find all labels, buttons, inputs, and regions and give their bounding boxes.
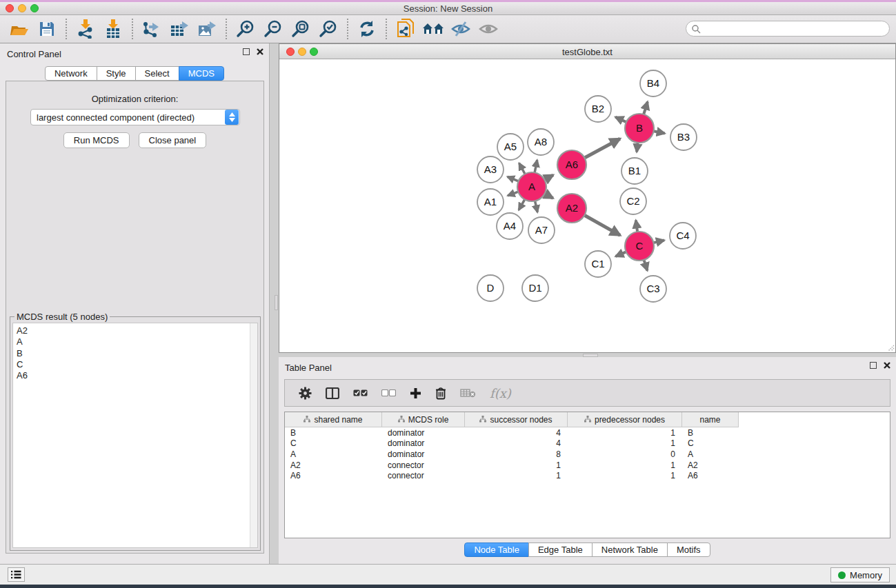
cell-predecessor-nodes[interactable]: 1 xyxy=(568,428,682,438)
result-item[interactable]: A6 xyxy=(17,370,257,381)
refresh-button[interactable] xyxy=(353,18,381,40)
export-image-button[interactable] xyxy=(193,18,221,40)
close-table-panel-icon[interactable] xyxy=(884,362,890,369)
tab-select[interactable]: Select xyxy=(135,66,179,81)
graph-edge-A2-C[interactable] xyxy=(584,215,620,235)
tab-network[interactable]: Network xyxy=(45,66,97,81)
graph-edge-B-B3[interactable] xyxy=(654,131,665,133)
tab-style[interactable]: Style xyxy=(97,66,136,81)
cell-predecessor-nodes[interactable]: 1 xyxy=(568,471,682,480)
close-panel-button[interactable]: Close panel xyxy=(139,132,207,148)
cell-name[interactable]: A xyxy=(682,449,739,459)
column-header-name[interactable]: name xyxy=(682,412,739,427)
zoom-out-button[interactable] xyxy=(259,18,287,40)
cell-successor-nodes[interactable]: 8 xyxy=(465,449,568,459)
export-table-button[interactable] xyxy=(166,18,193,40)
settings-gear-icon[interactable] xyxy=(299,387,312,400)
add-column-icon[interactable] xyxy=(410,387,421,399)
graph-edge-A6-B[interactable] xyxy=(584,139,619,158)
column-header-successor-nodes[interactable]: successor nodes xyxy=(465,412,568,427)
graph-edge-A-A1[interactable] xyxy=(508,192,518,196)
frame-resize-grip[interactable] xyxy=(886,343,895,352)
graph-edge-C-C1[interactable] xyxy=(616,252,626,256)
result-item[interactable]: A2 xyxy=(17,325,257,336)
cell-name[interactable]: B xyxy=(682,428,739,438)
export-network-button[interactable] xyxy=(138,18,166,40)
graph-edge-C-C2[interactable] xyxy=(636,221,637,232)
cell-MCDS-role[interactable]: dominator xyxy=(382,449,465,459)
cell-shared-name[interactable]: C xyxy=(285,438,382,448)
cell-MCDS-role[interactable]: dominator xyxy=(382,438,465,448)
float-panel-icon[interactable] xyxy=(243,48,250,55)
result-item[interactable]: C xyxy=(17,359,257,370)
cell-shared-name[interactable]: A xyxy=(285,449,382,459)
column-header-shared-name[interactable]: shared name xyxy=(285,412,382,427)
float-table-panel-icon[interactable] xyxy=(870,362,877,369)
cell-name[interactable]: A2 xyxy=(682,460,739,470)
delete-column-icon[interactable] xyxy=(435,387,446,400)
graph-edge-C-C4[interactable] xyxy=(653,240,664,243)
vertical-split-grip[interactable] xyxy=(275,295,278,310)
table-row[interactable]: Adominator80A xyxy=(285,449,890,460)
node-table[interactable]: shared nameMCDS rolesuccessor nodesprede… xyxy=(284,412,890,538)
cell-MCDS-role[interactable]: dominator xyxy=(382,428,465,438)
table-row[interactable]: A6connector11A6 xyxy=(285,470,890,481)
cell-name[interactable]: A6 xyxy=(682,471,739,480)
cell-predecessor-nodes[interactable]: 0 xyxy=(568,449,682,459)
cell-MCDS-role[interactable]: connector xyxy=(382,471,465,480)
graph-edge-A-A5[interactable] xyxy=(519,163,526,174)
save-session-button[interactable] xyxy=(33,18,61,40)
open-session-button[interactable] xyxy=(6,18,33,40)
graph-edge-B-B4[interactable] xyxy=(644,102,648,114)
network-graph[interactable]: B4B2BB3A5A8A6A3B1AA1C2A2A4A7C4CC1C3DD1 xyxy=(279,59,895,352)
zoom-fit-button[interactable] xyxy=(287,18,315,40)
graph-edge-A-A7[interactable] xyxy=(535,201,538,212)
cell-successor-nodes[interactable]: 4 xyxy=(465,428,568,438)
optimization-criterion-dropdown[interactable]: largest connected component (directed) xyxy=(30,109,240,125)
graph-edge-A-A8[interactable] xyxy=(535,160,537,172)
close-panel-icon[interactable] xyxy=(257,48,263,55)
graph-edge-A-A4[interactable] xyxy=(519,199,525,210)
cell-predecessor-nodes[interactable]: 1 xyxy=(568,438,682,448)
result-item[interactable]: B xyxy=(17,348,257,359)
cell-successor-nodes[interactable]: 1 xyxy=(465,460,568,470)
hide-graphics-button[interactable] xyxy=(447,18,475,40)
search-input[interactable] xyxy=(701,23,889,35)
column-header-MCDS-role[interactable]: MCDS role xyxy=(382,412,465,427)
network-from-file-button[interactable] xyxy=(392,18,419,40)
toggle-panes-icon[interactable] xyxy=(326,387,339,399)
table-row[interactable]: Cdominator41C xyxy=(285,438,890,449)
column-header-predecessor-nodes[interactable]: predecessor nodes xyxy=(568,412,682,427)
search-field[interactable] xyxy=(686,21,890,37)
cell-name[interactable]: C xyxy=(682,438,739,448)
table-row[interactable]: A2connector11A2 xyxy=(285,460,890,471)
graph-edge-A-A3[interactable] xyxy=(508,176,519,181)
import-table-button[interactable] xyxy=(99,18,127,40)
memory-button[interactable]: Memory xyxy=(830,567,890,582)
cell-shared-name[interactable]: A6 xyxy=(285,471,382,480)
tab-node-table[interactable]: Node Table xyxy=(464,543,529,557)
result-item[interactable]: A xyxy=(17,336,257,347)
home-button[interactable] xyxy=(419,18,447,40)
zoom-in-button[interactable] xyxy=(232,18,259,40)
network-canvas[interactable]: B4B2BB3A5A8A6A3B1AA1C2A2A4A7C4CC1C3DD1 xyxy=(279,59,895,352)
deselect-all-icon[interactable] xyxy=(381,389,396,396)
network-frame-titlebar[interactable]: testGlobe.txt xyxy=(279,44,895,59)
tab-motifs[interactable]: Motifs xyxy=(667,543,710,557)
mcds-result-list[interactable]: A2ABCA6 xyxy=(12,323,258,548)
cell-shared-name[interactable]: B xyxy=(285,428,382,438)
cell-successor-nodes[interactable]: 1 xyxy=(465,471,568,480)
cell-predecessor-nodes[interactable]: 1 xyxy=(568,460,682,470)
graph-edge-B-B1[interactable] xyxy=(637,143,638,152)
graph-edge-A-A6[interactable] xyxy=(544,175,553,180)
result-scrollbar[interactable] xyxy=(250,323,257,547)
graph-edge-C-C3[interactable] xyxy=(644,260,647,271)
graph-edge-B-B2[interactable] xyxy=(615,117,626,122)
tab-mcds[interactable]: MCDS xyxy=(179,66,224,81)
tab-network-table[interactable]: Network Table xyxy=(592,543,668,557)
task-history-button[interactable] xyxy=(8,567,25,582)
tab-edge-table[interactable]: Edge Table xyxy=(528,543,593,557)
zoom-selected-button[interactable] xyxy=(315,18,342,40)
run-mcds-button[interactable]: Run MCDS xyxy=(63,132,130,148)
show-graphics-button[interactable] xyxy=(475,18,502,40)
